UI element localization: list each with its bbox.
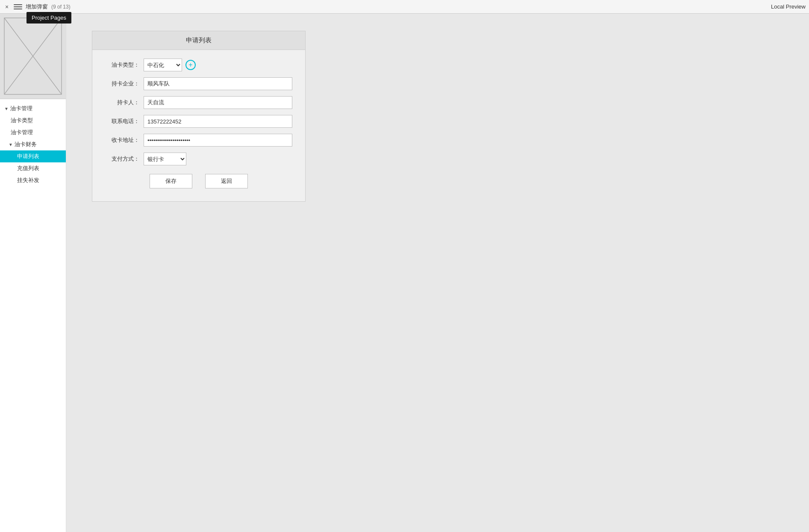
main-layout: ▼ 油卡管理 油卡类型 油卡管理 ▼ 油卡财务 申请列表 充值列表 挂失补发 — [0, 14, 809, 532]
sidebar-item-card-type[interactable]: 油卡类型 — [0, 115, 66, 126]
form-row-cardholder: 持卡人： — [105, 96, 292, 109]
form-card: 申请列表 油卡类型： 中石化 中石油 其他 + 持卡企业： — [92, 31, 306, 202]
save-button[interactable]: 保存 — [150, 174, 192, 188]
form-card-title: 申请列表 — [92, 31, 305, 50]
sidebar-section-label-finance: 油卡财务 — [15, 141, 37, 148]
arrow-icon-finance: ▼ — [9, 142, 13, 147]
label-phone: 联系电话： — [105, 118, 139, 125]
window-title: 增加弹窗 — [26, 3, 48, 11]
select-card-type[interactable]: 中石化 中石油 其他 — [144, 59, 182, 71]
input-address[interactable] — [144, 134, 292, 147]
form-card-body: 油卡类型： 中石化 中石油 其他 + 持卡企业： 持卡人： — [92, 50, 305, 201]
sidebar-item-recharge-list[interactable]: 充值列表 — [0, 162, 66, 174]
form-row-phone: 联系电话： — [105, 115, 292, 128]
select-payment[interactable]: 银行卡 现金 转账 — [144, 153, 186, 165]
thumbnail-svg — [0, 14, 66, 99]
back-button[interactable]: 返回 — [205, 174, 248, 188]
top-bar: × 增加弹窗 (9 of 13) Local Preview — [0, 0, 809, 14]
close-button[interactable]: × — [3, 3, 10, 10]
label-cardholder: 持卡人： — [105, 99, 139, 106]
form-actions: 保存 返回 — [105, 174, 292, 188]
input-company[interactable] — [144, 77, 292, 90]
project-pages-tooltip: Project Pages — [26, 12, 71, 24]
label-card-type: 油卡类型： — [105, 61, 139, 69]
form-row-company: 持卡企业： — [105, 77, 292, 90]
sidebar-item-card-management[interactable]: 油卡管理 — [0, 126, 66, 138]
sidebar-section-label-management: 油卡管理 — [10, 105, 32, 112]
local-preview-label: Local Preview — [771, 3, 806, 10]
form-row-address: 收卡地址： — [105, 134, 292, 147]
label-payment: 支付方式： — [105, 155, 139, 163]
form-row-card-type: 油卡类型： 中石化 中石油 其他 + — [105, 59, 292, 71]
page-info: (9 of 13) — [51, 4, 71, 10]
content-area: 申请列表 油卡类型： 中石化 中石油 其他 + 持卡企业： — [66, 14, 809, 532]
thumbnail-area — [0, 14, 66, 99]
sidebar: ▼ 油卡管理 油卡类型 油卡管理 ▼ 油卡财务 申请列表 充值列表 挂失补发 — [0, 14, 66, 532]
sidebar-item-lost-reissue[interactable]: 挂失补发 — [0, 174, 66, 186]
sidebar-section-oil-card-management[interactable]: ▼ 油卡管理 — [0, 103, 66, 115]
menu-button[interactable] — [14, 3, 22, 10]
add-card-type-button[interactable]: + — [185, 60, 196, 70]
input-cardholder[interactable] — [144, 96, 292, 109]
input-phone[interactable] — [144, 115, 292, 128]
nav-tree: ▼ 油卡管理 油卡类型 油卡管理 ▼ 油卡财务 申请列表 充值列表 挂失补发 — [0, 99, 66, 532]
form-row-payment: 支付方式： 银行卡 现金 转账 — [105, 153, 292, 165]
arrow-icon: ▼ — [4, 106, 9, 111]
label-address: 收卡地址： — [105, 136, 139, 144]
sidebar-section-oil-card-finance[interactable]: ▼ 油卡财务 — [0, 138, 66, 150]
sidebar-item-apply-list[interactable]: 申请列表 — [0, 150, 66, 162]
label-company: 持卡企业： — [105, 80, 139, 88]
